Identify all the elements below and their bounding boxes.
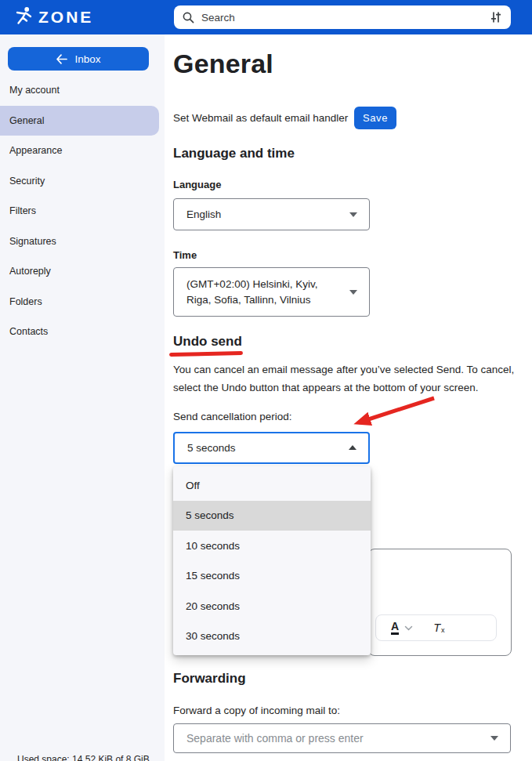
forward-to-input[interactable] [186, 732, 483, 745]
zone-webmail-settings-page: zone Inbox My accountGeneralAppearanceSe… [0, 0, 532, 761]
used-space-label: Used space: 14.52 KiB of 8 GiB [17, 754, 150, 761]
sidebar-item-security[interactable]: Security [0, 166, 165, 197]
sidebar-item-my-account[interactable]: My account [0, 75, 165, 106]
timezone-select[interactable]: (GMT+02:00) Helsinki, Kyiv, Riga, Sofia,… [173, 267, 370, 317]
cancellation-period-select[interactable]: 5 seconds [173, 432, 370, 464]
cancellation-period-label: Send cancellation period: [173, 411, 292, 422]
back-to-inbox-button[interactable]: Inbox [8, 47, 149, 71]
zone-runner-icon [14, 6, 34, 27]
chevron-down-icon [349, 212, 357, 217]
save-button[interactable]: Save [354, 107, 396, 129]
language-label: Language [173, 179, 221, 190]
zone-logo-text: zone [38, 9, 93, 25]
cancellation-period-menu: Off5 seconds10 seconds15 seconds20 secon… [173, 466, 371, 655]
tune-filter-icon[interactable] [489, 10, 503, 24]
search-icon [182, 11, 195, 24]
back-to-inbox-label: Inbox [74, 53, 100, 65]
cancellation-option-20-seconds[interactable]: 20 seconds [173, 591, 371, 621]
back-arrow-icon [56, 54, 67, 64]
app-header: zone [0, 0, 532, 34]
forward-to-input-box[interactable] [173, 723, 511, 753]
language-select-value: English [186, 208, 221, 220]
settings-sidebar: Inbox My accountGeneralAppearanceSecurit… [0, 34, 165, 761]
sidebar-item-appearance[interactable]: Appearance [0, 136, 165, 166]
clear-formatting-icon[interactable]: T x [433, 621, 444, 634]
page-title: General [173, 49, 273, 79]
signature-editor-toolbar: A T x [375, 614, 497, 641]
clear-formatting-x: x [441, 627, 445, 634]
settings-nav: My accountGeneralAppearanceSecurityFilte… [0, 75, 165, 347]
chevron-up-icon [349, 445, 356, 450]
sidebar-item-contacts[interactable]: Contacts [0, 317, 165, 347]
chevron-down-icon[interactable] [404, 625, 413, 631]
language-select[interactable]: English [173, 198, 370, 230]
time-label: Time [173, 249, 197, 261]
language-time-heading: Language and time [173, 146, 295, 161]
signature-editor-box[interactable]: A T x [368, 549, 512, 656]
sidebar-item-filters[interactable]: Filters [0, 196, 165, 226]
timezone-select-value: (GMT+02:00) Helsinki, Kyiv, Riga, Sofia,… [186, 277, 342, 308]
forward-to-label: Forward a copy of incoming mail to: [173, 705, 340, 716]
forwarding-heading: Forwarding [173, 671, 246, 687]
cancellation-option-15-seconds[interactable]: 15 seconds [173, 561, 371, 592]
clear-formatting-t: T [433, 621, 440, 634]
sidebar-item-signatures[interactable]: Signatures [0, 226, 165, 257]
cancellation-option-10-seconds[interactable]: 10 seconds [173, 531, 371, 561]
text-color-icon[interactable]: A [391, 621, 399, 635]
zone-logo[interactable]: zone [14, 6, 93, 27]
default-handler-label: Set Webmail as default email handler [173, 112, 348, 124]
cancellation-period-value: 5 seconds [187, 442, 236, 454]
chevron-down-icon [349, 290, 357, 295]
undo-send-description: You can cancel an email message after yo… [173, 361, 523, 397]
search-input[interactable] [201, 12, 483, 24]
annotation-red-underline [169, 351, 243, 357]
sidebar-item-autoreply[interactable]: Autoreply [0, 256, 165, 287]
sidebar-item-general[interactable]: General [0, 106, 159, 136]
cancellation-option-30-seconds[interactable]: 30 seconds [173, 621, 371, 652]
search-bar[interactable] [174, 5, 511, 29]
undo-send-heading: Undo send [173, 334, 242, 350]
cancellation-option-off[interactable]: Off [173, 470, 371, 501]
chevron-down-icon [490, 736, 498, 741]
cancellation-option-5-seconds[interactable]: 5 seconds [173, 501, 371, 531]
sidebar-item-folders[interactable]: Folders [0, 287, 165, 317]
